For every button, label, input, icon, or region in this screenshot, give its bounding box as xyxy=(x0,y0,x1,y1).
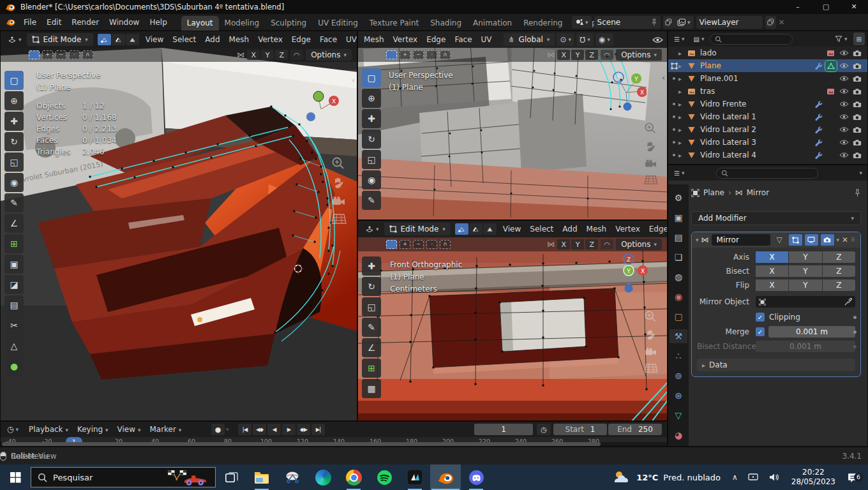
minimize-button[interactable]: – xyxy=(784,0,812,14)
proportional-edit-button[interactable]: ◉▾ xyxy=(595,33,613,46)
options-button[interactable]: Options▾ xyxy=(616,49,662,61)
prev-keyframe[interactable]: ◀◆ xyxy=(253,424,266,435)
mirror-axis-button[interactable]: X xyxy=(247,50,260,60)
new-viewlayer-button[interactable] xyxy=(765,16,776,29)
mirror-object-field[interactable] xyxy=(756,296,855,308)
tool-add-cube[interactable]: ▦ xyxy=(362,379,381,398)
properties-search[interactable] xyxy=(716,168,818,179)
viewport-menu-item[interactable]: Mesh xyxy=(582,225,611,234)
animate-dot[interactable] xyxy=(853,345,857,348)
use-preview-range-button[interactable]: ◷ xyxy=(537,424,551,435)
keying-set-caret[interactable]: ▾ xyxy=(226,426,229,433)
disable-render-camera-icon[interactable] xyxy=(853,75,862,82)
microsoft-edge[interactable] xyxy=(308,464,338,490)
disable-render-camera-icon[interactable] xyxy=(853,139,862,146)
viewport-menu-item[interactable]: Face xyxy=(450,35,476,44)
outliner-row[interactable]: ▸ Vidro Lateral 4 xyxy=(668,149,867,161)
outliner-row[interactable]: ▸ lado xyxy=(668,47,867,59)
select-set-mode[interactable] xyxy=(386,240,397,249)
pivot-point-button[interactable]: ⊙▾ xyxy=(557,33,574,46)
tool-poly-build[interactable]: △ xyxy=(4,336,24,355)
viewport-menu-item[interactable]: UV xyxy=(477,35,497,44)
ortho-grid-icon[interactable] xyxy=(644,363,658,373)
modifier-wrench-icon[interactable] xyxy=(814,62,823,70)
tool-move[interactable]: ✚ xyxy=(362,256,381,276)
viewport-menu-item[interactable]: Vertex xyxy=(253,35,287,44)
merge-checkbox[interactable]: ✓ xyxy=(756,327,765,336)
axis-toggle-button[interactable]: X xyxy=(756,251,788,263)
snap-falloff-button[interactable]: ◠ xyxy=(601,239,613,249)
expand-arrow-icon[interactable]: ▸ xyxy=(678,50,686,57)
animate-dot[interactable] xyxy=(853,316,857,319)
edge-select-toggle[interactable] xyxy=(112,34,125,45)
show-gizmo-toggle[interactable] xyxy=(652,36,663,43)
mode-selector[interactable]: Edit Mode▾ xyxy=(384,223,451,235)
workspace-tab[interactable]: Shading xyxy=(424,16,467,31)
tool-select-box[interactable]: ▢ xyxy=(4,71,24,90)
tab-material[interactable]: ◕ xyxy=(670,428,687,442)
file-explorer[interactable] xyxy=(246,464,277,490)
zoom-icon[interactable] xyxy=(644,310,657,323)
select-extend-mode[interactable]: + xyxy=(400,50,410,59)
app-menu-item[interactable]: Window xyxy=(104,18,144,27)
select-invert-mode[interactable]: ◦ xyxy=(426,240,437,249)
auto-keying-record-button[interactable]: ● xyxy=(211,424,225,435)
maximize-button[interactable]: ▢ xyxy=(812,0,840,14)
add-modifier-dropdown[interactable]: Add Modifier ▾ xyxy=(691,211,861,225)
blender[interactable] xyxy=(430,464,461,490)
outliner-display-mode-button[interactable]: ▤▾ xyxy=(691,33,708,45)
viewport-menu-item[interactable]: View xyxy=(141,35,168,44)
hide-eye-icon[interactable] xyxy=(839,63,849,69)
pan-hand-icon[interactable] xyxy=(331,176,345,190)
viewport-menu-item[interactable]: Add xyxy=(200,35,224,44)
pan-hand-icon[interactable] xyxy=(644,140,657,153)
tool-move[interactable]: ✚ xyxy=(362,109,381,128)
data-subpanel-header[interactable]: ▸ Data xyxy=(697,359,855,371)
camera-view-icon[interactable] xyxy=(644,159,658,169)
face-select-toggle[interactable] xyxy=(126,34,139,45)
google-chrome[interactable] xyxy=(338,464,369,490)
clock-widget[interactable]: 20:22 28/05/2023 xyxy=(785,468,842,487)
axis-toggle-button[interactable]: Z xyxy=(823,265,855,277)
select-invert-mode[interactable]: ◦ xyxy=(426,50,437,59)
breadcrumb-object[interactable]: Plane xyxy=(703,188,724,197)
viewport-menu-item[interactable]: UV xyxy=(341,35,357,44)
disable-render-camera-icon[interactable] xyxy=(853,88,862,95)
filter-button[interactable]: ▾ xyxy=(832,33,851,45)
tool-rotate[interactable]: ↻ xyxy=(362,130,381,149)
outliner-editor-type-button[interactable]: ☰▾ xyxy=(671,33,688,45)
modifier-extras-caret[interactable]: ▾ xyxy=(837,237,840,243)
outliner-row[interactable]: ▸ Vidro Frente xyxy=(668,98,867,110)
navigation-gizmo[interactable]: Z Y X xyxy=(606,71,647,112)
workspace-tab[interactable]: Rendering xyxy=(518,16,568,31)
new-collection-button[interactable]: ⊞ xyxy=(853,33,865,45)
zoom-icon[interactable] xyxy=(331,156,345,170)
mirror-axis-button[interactable]: Z xyxy=(585,50,598,60)
viewport-menu-item[interactable]: Select xyxy=(525,225,558,234)
tool-inset-faces[interactable]: ▣ xyxy=(4,255,24,274)
modifier-close-icon[interactable]: ✕ xyxy=(842,235,848,244)
pin-icon[interactable] xyxy=(854,189,861,197)
viewport-menu-item[interactable]: Vertex xyxy=(389,35,423,44)
disable-render-camera-icon[interactable] xyxy=(853,101,862,108)
tab-object-data[interactable]: ▽ xyxy=(670,408,687,422)
ortho-grid-icon[interactable] xyxy=(331,213,347,225)
viewport-menu-item[interactable]: Edge xyxy=(645,225,667,234)
select-subtract-mode[interactable]: − xyxy=(413,50,424,59)
breadcrumb-modifier[interactable]: Mirror xyxy=(747,188,769,197)
mirror-axis-button[interactable]: Y xyxy=(571,239,584,249)
hide-eye-icon[interactable] xyxy=(839,101,849,107)
mirror-axis-button[interactable]: Z xyxy=(275,50,288,60)
viewport-menu-item[interactable]: Add xyxy=(558,225,581,234)
axis-toggle-button[interactable]: X xyxy=(756,279,788,291)
camera-view-icon[interactable] xyxy=(644,347,658,357)
select-set-mode[interactable] xyxy=(386,50,397,59)
viewlayer-name-field[interactable]: ViewLayer xyxy=(696,16,763,29)
tab-render[interactable]: ▣ xyxy=(670,211,687,225)
toggle-on-cage[interactable] xyxy=(789,234,802,246)
start-frame-field[interactable]: Start1 xyxy=(553,424,607,435)
hide-eye-icon[interactable] xyxy=(839,126,849,133)
workspace-tab[interactable]: Texture Paint xyxy=(364,16,424,31)
tool-shrink-fatten[interactable]: ● xyxy=(4,357,24,376)
start-button[interactable] xyxy=(0,464,31,490)
